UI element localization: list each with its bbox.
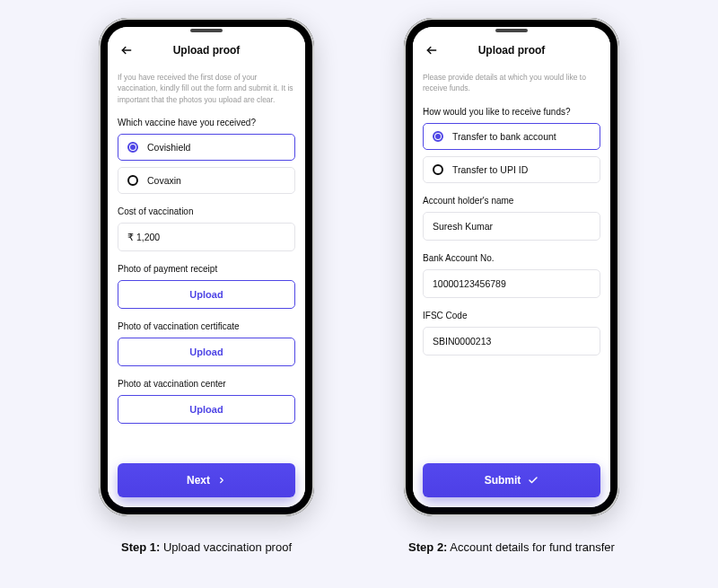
ifsc-field: IFSC Code SBIN0000213 [423, 311, 600, 355]
page-title: Upload proof [423, 44, 600, 57]
radio-label: Covaxin [147, 175, 181, 186]
upload-label: Upload [189, 289, 223, 300]
ifsc-input[interactable]: SBIN0000213 [423, 327, 600, 355]
upload-label: Upload [189, 347, 223, 357]
upload-receipt-button[interactable]: Upload [118, 280, 295, 309]
stage: Upload proof If you have received the fi… [0, 0, 718, 588]
screen-right: Upload proof Please provide details at w… [413, 27, 610, 507]
vaccine-field: Which vaccine have you received? Covishi… [118, 118, 295, 194]
header: Upload proof [423, 36, 600, 66]
radio-covaxin[interactable]: Covaxin [118, 167, 295, 194]
back-button[interactable] [118, 41, 136, 59]
radio-label: Covishield [147, 142, 190, 153]
cost-field: Cost of vaccination ₹ 1,200 [118, 206, 295, 251]
funds-field: How would you like to receive funds? Tra… [423, 107, 600, 183]
intro-text: If you have received the first dose of y… [118, 72, 295, 105]
center-photo-label: Photo at vaccination center [118, 379, 295, 389]
account-number-value: 10000123456789 [433, 278, 506, 289]
upload-label: Upload [189, 404, 223, 415]
radio-icon [433, 131, 443, 142]
certificate-field: Photo of vaccination certificate Upload [118, 321, 295, 366]
cost-input[interactable]: ₹ 1,200 [118, 223, 295, 251]
receipt-field: Photo of payment receipt Upload [118, 264, 295, 309]
phone-frame-left: Upload proof If you have received the fi… [99, 18, 314, 516]
chevron-right-icon [217, 476, 226, 485]
funds-question-label: How would you like to receive funds? [423, 107, 600, 117]
account-holder-input[interactable]: Suresh Kumar [423, 212, 600, 241]
step-2-column: Upload proof Please provide details at w… [404, 18, 619, 588]
certificate-label: Photo of vaccination certificate [118, 321, 295, 331]
account-number-field: Bank Account No. 10000123456789 [423, 253, 600, 298]
radio-covishield[interactable]: Covishield [118, 134, 295, 161]
check-icon [528, 475, 538, 486]
cost-value: ₹ 1,200 [127, 232, 160, 242]
radio-icon [127, 142, 138, 153]
header: Upload proof [118, 36, 295, 66]
ifsc-value: SBIN0000213 [433, 336, 491, 347]
upload-center-photo-button[interactable]: Upload [118, 395, 295, 424]
back-button[interactable] [423, 41, 441, 59]
cost-label: Cost of vaccination [118, 206, 295, 216]
page-title: Upload proof [118, 44, 295, 57]
account-holder-field: Account holder's name Suresh Kumar [423, 196, 600, 241]
arrow-left-icon [120, 44, 133, 57]
submit-button[interactable]: Submit [423, 463, 600, 497]
account-number-label: Bank Account No. [423, 253, 600, 263]
radio-label: Transfer to bank account [452, 131, 556, 142]
caption-rest: Account details for fund transfer [447, 540, 614, 554]
intro-text: Please provide details at which you woul… [423, 72, 600, 94]
step-1-column: Upload proof If you have received the fi… [99, 18, 314, 588]
center-photo-field: Photo at vaccination center Upload [118, 379, 295, 424]
phone-frame-right: Upload proof Please provide details at w… [404, 18, 619, 516]
vaccine-question-label: Which vaccine have you received? [118, 118, 295, 127]
submit-label: Submit [485, 474, 521, 487]
radio-icon [433, 164, 443, 175]
next-button[interactable]: Next [118, 463, 295, 497]
form-area: Please provide details at which you woul… [423, 66, 600, 507]
account-number-input[interactable]: 10000123456789 [423, 269, 600, 298]
upload-certificate-button[interactable]: Upload [118, 338, 295, 366]
step-1-caption: Step 1: Upload vaccination proof [121, 540, 292, 556]
ifsc-label: IFSC Code [423, 311, 600, 320]
radio-bank-transfer[interactable]: Transfer to bank account [423, 123, 600, 150]
radio-upi-transfer[interactable]: Transfer to UPI ID [423, 156, 600, 183]
caption-bold: Step 1: [121, 540, 160, 554]
receipt-label: Photo of payment receipt [118, 264, 295, 274]
radio-icon [127, 175, 138, 186]
next-label: Next [187, 474, 210, 487]
caption-bold: Step 2: [408, 540, 447, 554]
radio-label: Transfer to UPI ID [452, 164, 528, 175]
account-holder-label: Account holder's name [423, 196, 600, 206]
phone-earpiece [495, 29, 528, 32]
form-area: If you have received the first dose of y… [118, 66, 295, 507]
arrow-left-icon [425, 44, 438, 57]
step-2-caption: Step 2: Account details for fund transfe… [408, 540, 615, 556]
account-holder-value: Suresh Kumar [433, 221, 493, 232]
caption-rest: Upload vaccination proof [160, 540, 292, 554]
screen-left: Upload proof If you have received the fi… [108, 27, 305, 507]
phone-earpiece [190, 29, 223, 32]
